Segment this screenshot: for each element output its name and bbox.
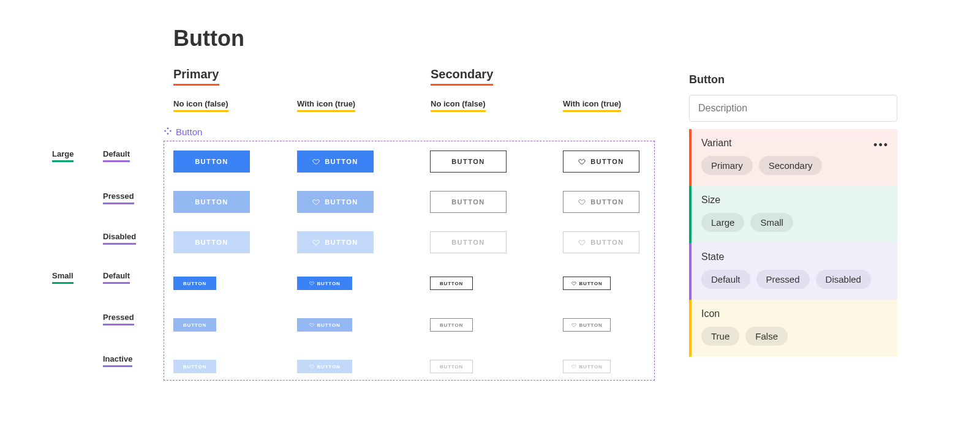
button-label: BUTTON <box>590 239 624 246</box>
button-primary-large-default-icon[interactable]: BUTTON <box>297 151 374 173</box>
chip-size-large[interactable]: Large <box>701 213 744 232</box>
heart-icon <box>309 364 314 369</box>
heart-icon <box>571 322 576 327</box>
button-label: BUTTON <box>195 239 228 246</box>
button-label: BUTTON <box>451 198 485 206</box>
button-label: BUTTON <box>325 198 358 206</box>
section-secondary: Secondary <box>431 67 493 86</box>
chip-icon-true[interactable]: True <box>701 327 739 346</box>
prop-icon-name: Icon <box>701 308 888 319</box>
component-label[interactable]: Button <box>164 127 202 137</box>
variant-frame[interactable] <box>164 141 655 381</box>
button-label: BUTTON <box>183 322 206 328</box>
size-small-label: Small <box>52 271 74 284</box>
prop-state[interactable]: State Default Pressed Disabled <box>689 243 897 300</box>
prop-size-name: Size <box>701 195 888 206</box>
button-label: BUTTON <box>317 281 341 286</box>
button-secondary-large-disabled-icon: BUTTON <box>563 231 639 253</box>
prop-icon[interactable]: Icon True False <box>689 300 897 357</box>
button-secondary-small-pressed-icon[interactable]: BUTTON <box>563 318 611 332</box>
heart-icon <box>578 158 586 165</box>
prop-size[interactable]: Size Large Small <box>689 186 897 243</box>
button-primary-large-pressed[interactable]: BUTTON <box>173 191 250 213</box>
button-label: BUTTON <box>195 158 228 165</box>
button-secondary-large-pressed[interactable]: BUTTON <box>430 191 507 213</box>
button-secondary-large-disabled: BUTTON <box>430 231 507 253</box>
button-label: BUTTON <box>195 198 228 206</box>
panel-title: Button <box>689 73 897 86</box>
button-secondary-large-default[interactable]: BUTTON <box>430 151 507 173</box>
button-label: BUTTON <box>579 281 603 286</box>
state-disabled-1: Disabled <box>103 232 136 245</box>
prop-variant[interactable]: ••• Variant Primary Secondary <box>689 129 897 186</box>
button-primary-small-inactive: BUTTON <box>173 360 216 373</box>
chip-icon-false[interactable]: False <box>745 327 788 346</box>
button-secondary-small-default[interactable]: BUTTON <box>430 277 473 290</box>
col-secondary-withicon: With icon (true) <box>563 99 621 112</box>
button-label: BUTTON <box>325 158 358 165</box>
chip-variant-primary[interactable]: Primary <box>701 156 753 175</box>
button-label: BUTTON <box>440 322 463 328</box>
button-primary-large-default[interactable]: BUTTON <box>173 151 250 173</box>
button-primary-small-pressed-icon[interactable]: BUTTON <box>297 318 352 332</box>
button-label: BUTTON <box>590 198 624 206</box>
more-icon[interactable]: ••• <box>873 139 889 152</box>
button-primary-small-default[interactable]: BUTTON <box>173 277 216 290</box>
button-secondary-large-pressed-icon[interactable]: BUTTON <box>563 191 639 213</box>
description-input[interactable] <box>689 95 897 122</box>
heart-icon <box>309 281 314 286</box>
button-primary-large-disabled: BUTTON <box>173 231 250 253</box>
component-label-text: Button <box>176 127 202 137</box>
page-title: Button <box>173 26 244 51</box>
button-label: BUTTON <box>183 364 206 370</box>
button-primary-small-pressed[interactable]: BUTTON <box>173 318 216 332</box>
button-secondary-small-default-icon[interactable]: BUTTON <box>563 277 611 290</box>
col-secondary-noicon: No icon (false) <box>431 99 486 112</box>
chip-state-disabled[interactable]: Disabled <box>816 270 871 289</box>
button-label: BUTTON <box>579 322 603 328</box>
button-secondary-small-pressed[interactable]: BUTTON <box>430 318 473 332</box>
component-icon <box>164 127 172 137</box>
size-large-label: Large <box>52 149 74 162</box>
button-primary-large-pressed-icon[interactable]: BUTTON <box>297 191 374 213</box>
state-pressed-2: Pressed <box>103 313 134 325</box>
heart-icon <box>571 364 576 369</box>
chip-size-small[interactable]: Small <box>750 213 793 232</box>
button-secondary-small-inactive: BUTTON <box>430 360 473 373</box>
state-inactive-2: Inactive <box>103 354 132 367</box>
button-label: BUTTON <box>590 158 624 165</box>
state-pressed-1: Pressed <box>103 192 134 204</box>
button-primary-small-inactive-icon: BUTTON <box>297 360 352 373</box>
heart-icon <box>312 158 320 165</box>
button-label: BUTTON <box>451 158 485 165</box>
button-secondary-large-default-icon[interactable]: BUTTON <box>563 151 639 173</box>
button-label: BUTTON <box>183 281 206 286</box>
section-primary: Primary <box>173 67 219 86</box>
properties-panel: Button ••• Variant Primary Secondary Siz… <box>689 73 897 357</box>
prop-state-name: State <box>701 251 888 262</box>
button-label: BUTTON <box>317 364 341 370</box>
heart-icon <box>309 322 314 327</box>
col-primary-noicon: No icon (false) <box>173 99 228 112</box>
col-primary-withicon: With icon (true) <box>297 99 355 112</box>
button-primary-large-disabled-icon: BUTTON <box>297 231 374 253</box>
chip-variant-secondary[interactable]: Secondary <box>759 156 823 175</box>
button-label: BUTTON <box>440 364 463 370</box>
heart-icon <box>578 198 586 206</box>
state-default-2: Default <box>103 271 130 284</box>
button-primary-small-default-icon[interactable]: BUTTON <box>297 277 352 290</box>
chip-state-default[interactable]: Default <box>701 270 750 289</box>
state-default-1: Default <box>103 149 130 162</box>
button-label: BUTTON <box>325 239 358 246</box>
heart-icon <box>578 239 586 246</box>
button-label: BUTTON <box>440 281 463 286</box>
chip-state-pressed[interactable]: Pressed <box>756 270 810 289</box>
button-label: BUTTON <box>451 239 485 246</box>
button-label: BUTTON <box>317 322 341 328</box>
heart-icon <box>312 239 320 246</box>
heart-icon <box>312 198 320 206</box>
button-label: BUTTON <box>579 364 603 370</box>
heart-icon <box>571 281 576 286</box>
prop-variant-name: Variant <box>701 138 888 149</box>
button-secondary-small-inactive-icon: BUTTON <box>563 360 611 373</box>
